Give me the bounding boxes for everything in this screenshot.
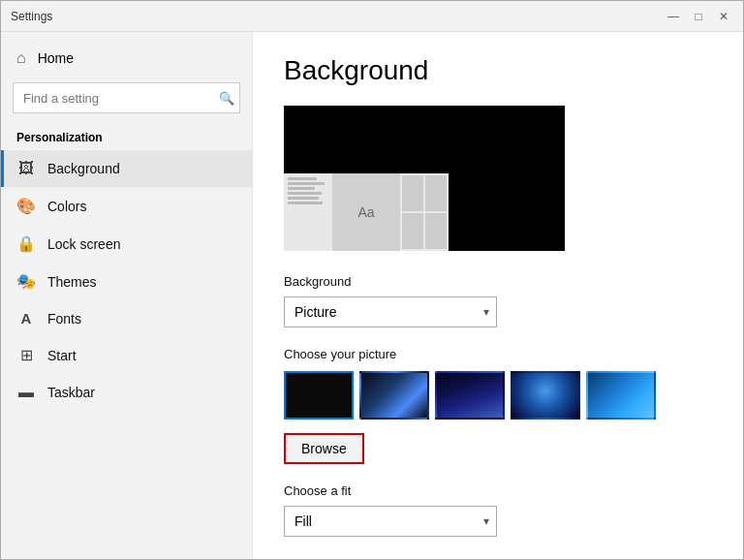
fonts-icon: A <box>16 310 36 327</box>
sidebar: ⌂ Home 🔍 Personalization 🖼 Background 🎨 … <box>1 32 253 559</box>
sidebar-label-start: Start <box>47 348 77 363</box>
sidebar-label-taskbar: Taskbar <box>47 385 95 400</box>
picture-thumb-2[interactable] <box>359 371 429 420</box>
close-button[interactable]: ✕ <box>714 7 733 26</box>
preview-line-4 <box>288 192 322 195</box>
sidebar-label-themes: Themes <box>47 274 97 290</box>
maximize-button[interactable]: □ <box>689 7 708 26</box>
window-controls: — □ ✕ <box>664 7 733 26</box>
app-title: Settings <box>11 10 52 23</box>
lockscreen-icon: 🔒 <box>16 234 36 253</box>
home-label: Home <box>38 50 74 66</box>
section-title: Personalization <box>1 125 252 150</box>
picture-thumb-3[interactable] <box>435 371 505 420</box>
preview-line-1 <box>288 177 317 180</box>
background-select[interactable]: Picture Solid color Slideshow <box>284 296 497 327</box>
minimize-button[interactable]: — <box>664 7 683 26</box>
fit-section-label: Choose a fit <box>284 483 712 498</box>
sidebar-item-start[interactable]: ⊞ Start <box>1 336 252 374</box>
preview-line-2 <box>288 182 325 185</box>
title-bar: Settings — □ ✕ <box>1 1 743 32</box>
picture-thumb-1[interactable] <box>284 371 354 420</box>
background-select-wrapper: Picture Solid color Slideshow ▾ <box>284 296 497 327</box>
sidebar-label-colors: Colors <box>47 199 86 214</box>
background-preview: Aa <box>284 106 565 251</box>
preview-grid <box>400 173 449 251</box>
background-section-label: Background <box>284 274 712 289</box>
sidebar-label-lockscreen: Lock screen <box>47 236 120 252</box>
fit-select[interactable]: Fill Fit Stretch Tile Center Span <box>284 506 497 537</box>
sidebar-label-fonts: Fonts <box>47 311 81 327</box>
grid-cell-1 <box>402 175 423 211</box>
sidebar-item-taskbar[interactable]: ▬ Taskbar <box>1 374 252 411</box>
picture-thumb-4[interactable] <box>511 371 580 420</box>
sidebar-item-background[interactable]: 🖼 Background <box>1 150 252 187</box>
preview-line-5 <box>288 197 319 200</box>
preview-theme-block: Aa <box>332 173 400 251</box>
grid-cell-2 <box>425 175 447 211</box>
picture-thumb-5[interactable] <box>586 371 656 420</box>
grid-cell-4 <box>425 213 447 249</box>
sidebar-item-themes[interactable]: 🎭 Themes <box>1 263 252 300</box>
start-icon: ⊞ <box>16 346 36 364</box>
sidebar-item-lockscreen[interactable]: 🔒 Lock screen <box>1 225 252 263</box>
sidebar-item-colors[interactable]: 🎨 Colors <box>1 187 252 225</box>
grid-cell-3 <box>402 213 423 249</box>
choose-picture-label: Choose your picture <box>284 347 712 361</box>
colors-icon: 🎨 <box>16 197 36 215</box>
preview-line-6 <box>288 202 323 204</box>
sidebar-label-background: Background <box>47 161 120 176</box>
search-icon-button[interactable]: 🔍 <box>219 91 234 106</box>
taskbar-icon: ▬ <box>16 384 36 401</box>
themes-icon: 🎭 <box>16 272 36 291</box>
search-container: 🔍 <box>13 82 240 113</box>
search-input[interactable] <box>13 82 240 113</box>
main-content: Background Aa <box>253 32 743 559</box>
preview-aa-text: Aa <box>357 204 374 220</box>
background-icon: 🖼 <box>16 160 36 177</box>
home-icon: ⌂ <box>16 49 26 67</box>
page-title: Background <box>284 55 712 86</box>
preview-line-3 <box>288 187 315 190</box>
app-body: ⌂ Home 🔍 Personalization 🖼 Background 🎨 … <box>1 32 743 559</box>
sidebar-item-fonts[interactable]: A Fonts <box>1 300 252 336</box>
fit-select-wrapper: Fill Fit Stretch Tile Center Span ▾ <box>284 506 497 537</box>
pictures-row <box>284 371 712 420</box>
sidebar-item-home[interactable]: ⌂ Home <box>1 40 252 77</box>
browse-button[interactable]: Browse <box>284 433 364 464</box>
